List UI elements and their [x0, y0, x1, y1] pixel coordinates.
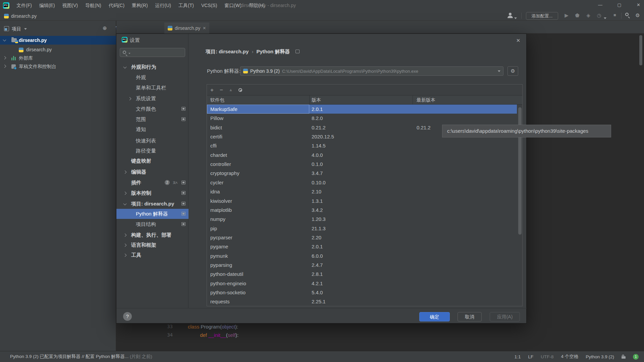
table-row[interactable]: Pillow8.2.0	[207, 114, 517, 123]
cancel-button[interactable]: 取消	[458, 312, 482, 321]
table-row[interactable]: pip21.1.3	[207, 224, 517, 233]
sidebar-item-9[interactable]: 键盘映射	[116, 156, 189, 166]
menu-item[interactable]: 运行(U)	[152, 0, 175, 11]
sidebar-right-icon[interactable]	[128, 97, 131, 101]
sidebar-right-icon[interactable]	[123, 171, 127, 174]
profiler-dropdown-icon[interactable]	[604, 15, 606, 20]
table-row[interactable]: python-engineio4.2.1	[207, 279, 517, 288]
menu-item[interactable]: 文件(F)	[13, 0, 36, 11]
help-button[interactable]: ?	[123, 312, 132, 321]
table-row[interactable]: pygame2.0.1	[207, 242, 517, 251]
maximize-button[interactable]: ▢	[611, 0, 627, 11]
menu-item[interactable]: 代码(C)	[105, 0, 128, 11]
user-account-icon[interactable]	[507, 13, 513, 18]
menu-item[interactable]: VCS(S)	[198, 0, 221, 11]
sidebar-right-icon[interactable]	[123, 244, 127, 247]
breadcrumb-project[interactable]: 项目: dirsearch.py	[206, 49, 249, 54]
menu-item[interactable]: 工具(T)	[175, 0, 198, 11]
notifications-badge[interactable]: 1	[633, 354, 639, 360]
tree-item[interactable]: 外部库	[0, 54, 116, 62]
dialog-close-icon[interactable]: ✕	[514, 37, 522, 45]
sidebar-item-16[interactable]: 构建、执行、部署	[116, 230, 189, 240]
minimize-button[interactable]: —	[592, 0, 608, 11]
project-panel-header[interactable]: 项目	[0, 25, 116, 34]
sidebar-item-3[interactable]: 系统设置	[116, 94, 189, 104]
sidebar-item-11[interactable]: 插件文A2	[116, 178, 189, 188]
table-row[interactable]: pymunk6.0.0	[207, 251, 517, 260]
apply-button[interactable]: 应用(A)	[490, 312, 520, 321]
table-row[interactable]: pycparser2.20	[207, 233, 517, 242]
column-package[interactable]: 软件包	[210, 96, 224, 104]
locate-file-icon[interactable]: ⊕	[103, 25, 107, 31]
sidebar-item-18[interactable]: 工具	[116, 250, 189, 260]
menu-item[interactable]: 编辑(E)	[36, 0, 59, 11]
table-row[interactable]: numpy1.20.3	[207, 215, 517, 224]
table-row[interactable]: pyparsing2.4.7	[207, 260, 517, 269]
table-row[interactable]: cffi1.14.5	[207, 141, 517, 150]
table-row[interactable]: matplotlib3.4.2	[207, 205, 517, 215]
tree-item[interactable]: dirsearch.py	[0, 45, 116, 54]
editor-scrollbar[interactable]	[639, 35, 642, 65]
project-dropdown-icon[interactable]	[24, 28, 27, 30]
stop-icon[interactable]: ■	[611, 12, 619, 17]
table-row[interactable]: requests2.25.1	[207, 297, 517, 306]
sidebar-item-2[interactable]: 菜单和工具栏	[116, 83, 189, 93]
sidebar-item-4[interactable]: 文件颜色	[116, 104, 189, 114]
sidebar-item-14[interactable]: Python 解释器	[116, 209, 189, 219]
tree-down-icon[interactable]	[3, 38, 6, 42]
sidebar-item-8[interactable]: 路径变量	[116, 146, 189, 156]
sidebar-right-icon[interactable]	[123, 254, 127, 257]
menu-item[interactable]: 视图(V)	[59, 0, 82, 11]
tree-item[interactable]: dirsearch.py	[0, 36, 116, 45]
table-row[interactable]: idna2.10	[207, 187, 517, 196]
debug-icon[interactable]: ⬟	[574, 12, 581, 18]
status-widget[interactable]: UTF-8	[541, 354, 553, 359]
status-widget[interactable]: Python 3.9 (2)	[586, 354, 614, 359]
sidebar-right-icon[interactable]	[123, 192, 127, 195]
profiler-icon[interactable]: ◷	[595, 12, 603, 18]
sidebar-item-10[interactable]: 编辑器	[116, 167, 189, 177]
sidebar-item-7[interactable]: 快速列表	[116, 136, 189, 146]
tree-right-icon[interactable]	[3, 65, 6, 68]
sidebar-right-icon[interactable]	[123, 234, 127, 237]
table-row[interactable]: MarkupSafe2.0.1	[207, 105, 517, 114]
add-configuration-button[interactable]: 添加配置...	[526, 12, 558, 20]
code-line[interactable]: class Program(object):	[188, 324, 238, 330]
settings-search-input[interactable]	[120, 48, 185, 57]
search-everywhere-icon[interactable]	[625, 13, 629, 16]
column-latest[interactable]: 最新版本	[417, 96, 435, 104]
upgrade-package-icon[interactable]: ▲	[227, 84, 234, 96]
interpreter-combobox[interactable]: Python 3.9 (2) C:\Users\David\AppData\Lo…	[240, 66, 503, 76]
sidebar-item-1[interactable]: 外观	[116, 72, 189, 82]
ok-button[interactable]: 确定	[419, 312, 450, 321]
sidebar-item-12[interactable]: 版本控制	[116, 188, 189, 198]
menu-item[interactable]: 导航(N)	[82, 0, 105, 11]
status-widget[interactable]: LF	[528, 354, 533, 359]
table-row[interactable]: controller0.1.0	[207, 160, 517, 169]
menu-item[interactable]: 重构(R)	[128, 0, 151, 11]
sidebar-item-15[interactable]: 项目结构	[116, 219, 189, 229]
settings-gear-icon[interactable]: ⚙	[634, 12, 641, 18]
run-icon[interactable]: ▶	[563, 12, 570, 18]
user-dropdown-icon[interactable]	[514, 15, 517, 20]
code-line[interactable]: def __init__(self):	[188, 332, 238, 338]
status-widget[interactable]: 1:1	[515, 354, 521, 359]
table-row[interactable]: cycler0.10.0	[207, 178, 517, 187]
editor-tab[interactable]: dirsearch.py ✕	[164, 22, 209, 34]
tab-close-icon[interactable]: ✕	[203, 26, 206, 31]
status-message[interactable]: Python 3.9 (2) 已配置为项目解释器 // 配置 Python 解释…	[10, 354, 152, 360]
coverage-icon[interactable]: ◈	[585, 12, 592, 18]
interpreter-gear-button[interactable]: ⚙	[507, 66, 518, 76]
breadcrumb[interactable]: dirsearch.py	[11, 12, 37, 20]
table-row[interactable]: kiwisolver1.3.1	[207, 196, 517, 205]
table-row[interactable]: python-dateutil2.8.1	[207, 269, 517, 279]
lock-icon[interactable]	[622, 355, 626, 359]
sidebar-down-icon[interactable]	[123, 65, 127, 69]
sidebar-item-13[interactable]: 项目: dirsearch.py	[116, 199, 189, 209]
sidebar-item-6[interactable]: 通知	[116, 124, 189, 134]
close-window-button[interactable]: ✕	[631, 0, 644, 11]
tree-right-icon[interactable]	[3, 56, 6, 60]
sidebar-item-5[interactable]: 范围	[116, 114, 189, 124]
sidebar-item-17[interactable]: 语言和框架	[116, 240, 189, 250]
table-row[interactable]: python-socketio5.4.0	[207, 288, 517, 297]
